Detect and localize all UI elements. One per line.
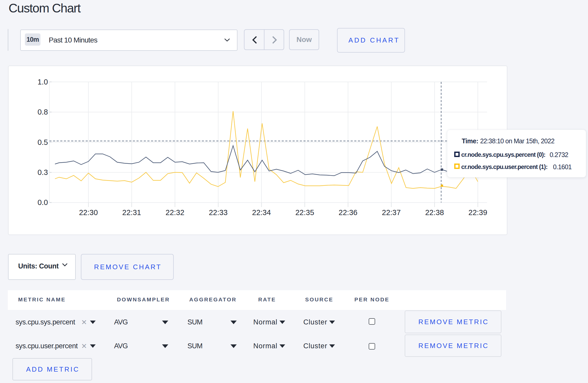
svg-text:1.0: 1.0 [38,78,48,86]
svg-text:22:30: 22:30 [79,208,98,217]
svg-text:22:31: 22:31 [122,208,141,217]
svg-text:22:39: 22:39 [468,208,487,217]
svg-text:22:38: 22:38 [425,208,444,217]
svg-text:0.8: 0.8 [38,108,48,116]
svg-text:22:33: 22:33 [209,208,228,217]
svg-text:0.3: 0.3 [38,168,48,176]
svg-text:0.5: 0.5 [38,138,48,146]
svg-text:22:37: 22:37 [382,208,401,217]
svg-text:0.0: 0.0 [38,198,48,207]
svg-text:22:36: 22:36 [339,208,358,217]
svg-text:22:34: 22:34 [252,208,271,217]
svg-text:22:35: 22:35 [295,208,314,217]
svg-text:22:32: 22:32 [166,208,185,217]
